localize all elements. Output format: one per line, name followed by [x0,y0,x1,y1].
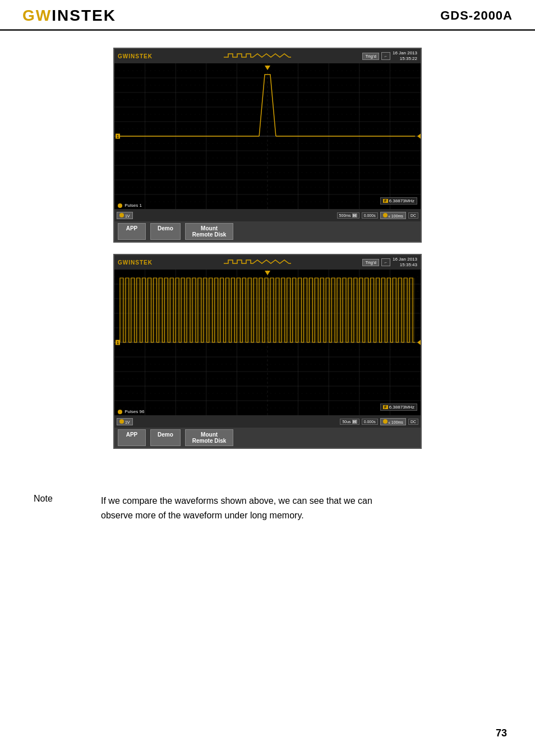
scope1-topbar: GWINSTEK Trig'd ⌐ 16 Jan 2013 15:35:22 [114,49,421,63]
scope2-pulses-dot [118,410,122,414]
scope2-ui-buttons: APP Demo Mount Remote Disk [114,428,421,448]
scope2-freq-value: 6.38873MHz [389,405,414,410]
scope2-trig-badge: Trig'd [362,259,379,266]
scope1-freq-value: 6.38873MHz [389,198,414,203]
logo-gw: GW [22,7,52,24]
scope1-freq-icon: F [383,199,388,203]
logo: GWINSTEK [22,7,116,25]
scope2-freq-icon: F [383,405,388,409]
scope2-ch1-btn: 1V [117,418,133,425]
scope1-mount-button[interactable]: Mount Remote Disk [185,223,234,240]
scope1-pulses-label: Pulses 1 [118,203,142,208]
scope1-brand: GWINSTEK [118,53,153,59]
scope2-pulses-label: Pulses 96 [118,409,144,414]
scope2-freq-badge: F 6.38873MHz [380,403,417,411]
scope1-datetime: 16 Jan 2013 15:35:22 [393,50,417,61]
scope1-demo-button[interactable]: Demo [150,223,181,240]
scope1-trig-info: ≤ 100ms [380,212,406,219]
scope2-time-val: 0.000s [362,419,378,425]
scope1-trig-arrow [265,66,270,70]
scope1-statusbar: 1V 500ms H 0.000s ≤ 100ms DC [114,209,421,221]
scope1-trig-icon: ⌐ [381,52,390,60]
scope1-timescale: 500ms H [337,212,359,219]
scope2-waveform-icon [153,258,363,267]
scope1-trig-badge: Trig'd [362,53,379,60]
note-label: Note [34,494,67,504]
note-text: If we compare the waveforms shown above,… [101,494,381,522]
scope2-trig-arrow [265,271,270,275]
scope2-right-arrow [417,339,421,346]
scope2-mount-button[interactable]: Mount Remote Disk [185,429,234,446]
scope2-timescale: 50us H [340,419,359,425]
scope2-statusbar: 1V 50us H 0.000s ≤ 100ms DC [114,415,421,428]
scope1-time-val: 0.000s [362,212,378,219]
scope2-trig-icon: ⌐ [381,258,390,266]
scope1-display: 1 F 6.38873MHz Pulses 1 [114,63,421,209]
scope1-ch1-btn: 1V [117,212,133,219]
scope1-topright: Trig'd ⌐ 16 Jan 2013 15:35:22 [362,50,417,61]
scope1-pulses-dot [118,203,122,208]
scope2-datetime: 16 Jan 2013 15:35:43 [393,257,417,267]
note-section: Note If we compare the waveforms shown a… [0,477,535,534]
scope1-ch-marker: 1 [116,134,120,139]
oscilloscope-screen-1: GWINSTEK Trig'd ⌐ 16 Jan 2013 15:35:22 [113,48,422,243]
scope1-coupling: DC [408,212,418,219]
scope2-coupling: DC [408,419,418,425]
page-number: 73 [496,727,507,739]
scope2-brand: GWINSTEK [118,259,153,266]
scope2-topright: Trig'd ⌐ 16 Jan 2013 15:35:43 [362,257,417,267]
scope1-waveform-icon [153,52,363,61]
scope2-demo-button[interactable]: Demo [150,429,181,446]
page-content: GWINSTEK Trig'd ⌐ 16 Jan 2013 15:35:22 [0,31,535,477]
scope2-ch-marker: 1 [116,340,120,345]
scope1-app-button[interactable]: APP [118,223,146,240]
scope2-topbar: GWINSTEK Trig'd ⌐ 16 Jan 2013 15:35:43 [114,255,421,270]
page-header: GWINSTEK GDS-2000A [0,0,535,31]
scope2-display: 1 F 6.38873MHz Pulses 96 [114,270,421,415]
scope2-app-button[interactable]: APP [118,429,146,446]
scope1-freq-badge: F 6.38873MHz [380,197,417,205]
logo-instek: INSTEK [52,7,116,24]
scope1-ui-buttons: APP Demo Mount Remote Disk [114,221,421,242]
oscilloscope-screen-2: GWINSTEK Trig'd ⌐ 16 Jan 2013 15:35:43 [113,254,422,449]
scope2-trig-info: ≤ 100ms [380,418,406,425]
scope1-right-arrow [417,133,421,140]
model-name: GDS-2000A [440,8,513,23]
